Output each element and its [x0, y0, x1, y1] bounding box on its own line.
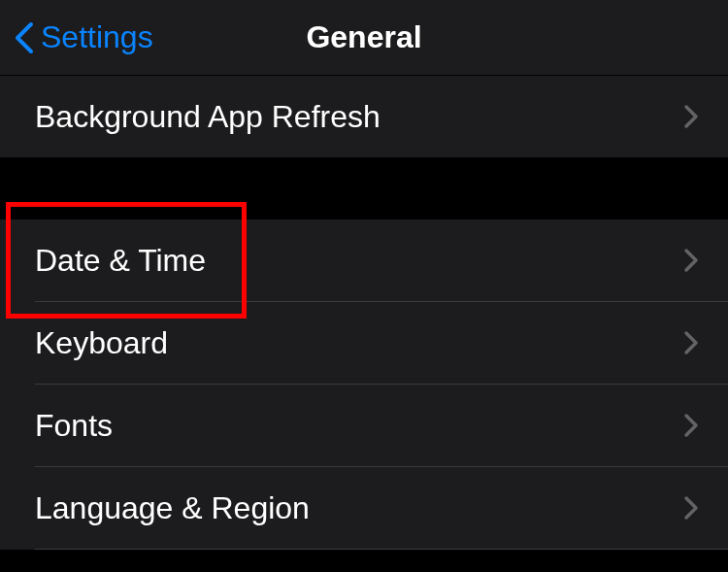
chevron-right-icon	[683, 495, 699, 521]
row-background-app-refresh[interactable]: Background App Refresh	[0, 76, 728, 157]
chevron-right-icon	[683, 330, 699, 355]
group-gap	[0, 157, 728, 219]
settings-group: Date & Time Keyboard Fonts	[0, 219, 728, 550]
chevron-left-icon	[12, 20, 35, 55]
settings-content: Background App Refresh Date & Time Keybo…	[0, 76, 728, 550]
nav-bar: Settings General	[0, 0, 728, 76]
row-language-region[interactable]: Language & Region	[0, 467, 728, 549]
row-label: Background App Refresh	[35, 99, 381, 135]
row-label: Fonts	[35, 408, 113, 444]
back-button[interactable]: Settings	[0, 19, 153, 55]
chevron-right-icon	[683, 248, 699, 273]
row-fonts[interactable]: Fonts	[0, 385, 728, 466]
settings-group: Background App Refresh	[0, 76, 728, 157]
chevron-right-icon	[683, 104, 699, 129]
row-label: Date & Time	[35, 243, 206, 279]
row-date-time[interactable]: Date & Time	[0, 219, 728, 301]
row-keyboard[interactable]: Keyboard	[0, 302, 728, 384]
row-label: Language & Region	[35, 490, 310, 526]
separator	[35, 549, 728, 550]
chevron-right-icon	[683, 413, 699, 438]
back-label: Settings	[41, 19, 153, 55]
row-label: Keyboard	[35, 325, 168, 361]
